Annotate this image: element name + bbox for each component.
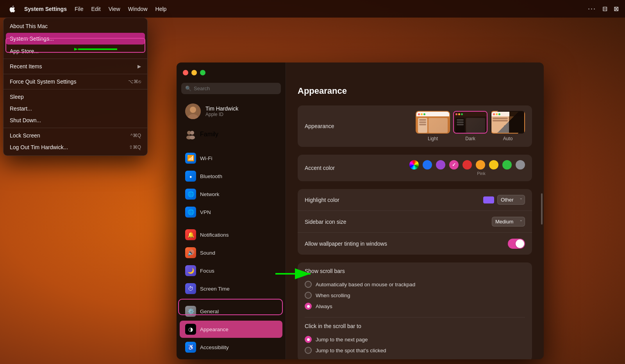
sidebar-item-general[interactable]: ⚙️ General [180,303,282,320]
auto-thumb-image [491,111,525,134]
accent-orange[interactable] [476,160,485,170]
click-scroll-spot-radio[interactable] [305,347,312,354]
maximize-button[interactable] [200,70,205,75]
highlight-select-wrapper: Other [497,195,525,205]
apple-menu-button[interactable] [6,0,18,18]
accent-red[interactable] [462,160,472,170]
sidebar-item-screentime[interactable]: ⏱ Screen Time [180,280,282,297]
accent-graphite[interactable] [516,160,525,170]
appearance-icon: ◑ [185,324,196,335]
accent-purple[interactable] [436,160,445,170]
search-icon: 🔍 [185,86,191,91]
settings-window: 🔍 Tim Hardwick Apple ID [177,62,544,359]
click-scroll-next-page[interactable]: Jump to the next page [305,334,525,345]
menu-restart[interactable]: Restart... [4,103,147,114]
menubar-right: ··· ⊟ ⊠ [588,5,619,13]
click-scroll-next-page-radio[interactable] [305,336,312,343]
accent-color-card: Accent color [298,155,532,181]
accent-multicolor[interactable] [409,160,419,170]
menu-sleep[interactable]: Sleep [4,91,147,103]
sidebar-item-vpn[interactable]: 🌐 VPN [180,203,282,221]
bluetooth-icon: ⬥ [185,171,196,182]
highlight-color-control: Other [483,195,525,205]
appearance-auto-thumb[interactable]: Auto [491,111,525,141]
sidebar: 🔍 Tim Hardwick Apple ID [177,62,286,359]
menu-shutdown[interactable]: Shut Down... [4,114,147,126]
menubar-edit[interactable]: Edit [88,0,105,18]
sidebar-item-bluetooth[interactable]: ⬥ Bluetooth [180,168,282,185]
click-scroll-spot[interactable]: Jump to the spot that's clicked [305,345,525,356]
accent-blue[interactable] [423,160,432,170]
accent-color-label: Accent color [305,165,409,171]
highlight-color-label: Highlight color [305,197,483,203]
avatar [185,103,201,119]
minimize-button[interactable] [191,70,197,75]
family-label: Family [200,131,218,138]
sidebar-icon-size-control: Medium [492,217,525,227]
appearance-light-thumb[interactable]: Light [416,111,450,141]
wifi-icon: 📶 [185,153,196,164]
main-content: Appearance Appearance [286,62,544,359]
wallpaper-tinting-toggle[interactable] [508,239,525,249]
lock-shortcut: ^⌘Q [130,133,141,138]
annotation-arrow-right [271,267,318,282]
sidebar-item-network[interactable]: 🌐 Network [180,186,282,203]
menubar-extras[interactable]: ··· [588,5,596,13]
accent-yellow[interactable] [489,160,498,170]
light-label: Light [428,136,438,141]
appearance-options: Light [416,111,525,141]
sidebar-item-accessibility[interactable]: ♿ Accessibility [180,339,282,356]
apple-dropdown-menu: About This Mac System Settings... App St… [3,18,148,156]
sidebar-item-sound[interactable]: 🔊 Sound [180,244,282,261]
section-spacer-3 [177,298,286,303]
logout-shortcut: ⇧⌘Q [129,145,141,150]
scroll-bars-always[interactable]: Always [305,301,525,312]
scroll-bars-auto[interactable]: Automatically based on mouse or trackpad [305,279,525,290]
menubar-window[interactable]: Window [124,0,152,18]
sidebar-item-notifications[interactable]: 🔔 Notifications [180,226,282,243]
menubar-app-name[interactable]: System Settings [20,0,71,18]
user-profile[interactable]: Tim Hardwick Apple ID [180,100,282,122]
accent-green[interactable] [502,160,512,170]
svg-point-3 [190,107,196,113]
sidebar-icon-size-label: Sidebar icon size [305,219,492,225]
highlight-color-select[interactable]: Other [497,195,525,205]
dark-label: Dark [465,136,475,141]
sidebar-item-appearance[interactable]: ◑ Appearance [180,321,282,338]
user-info: Tim Hardwick Apple ID [205,105,238,117]
click-scroll-next-page-label: Jump to the next page [316,337,368,343]
sidebar-icon-size-select[interactable]: Medium [492,217,525,227]
menu-about[interactable]: About This Mac [4,20,147,32]
appearance-dark-thumb[interactable]: Dark [453,111,488,141]
highlight-color-row: Highlight color Other [298,189,532,211]
close-button[interactable] [183,70,188,75]
menubar-help[interactable]: Help [152,0,171,18]
scroll-bars-always-radio[interactable] [305,303,312,310]
menubar-file[interactable]: File [71,0,88,18]
screentime-icon: ⏱ [185,283,196,294]
menu-recent-items[interactable]: Recent Items ▶ [4,61,147,72]
traffic-lights [183,70,205,75]
sidebar-item-family[interactable]: Family [180,125,282,143]
menubar-view[interactable]: View [105,0,124,18]
accessibility-icon: ♿ [185,342,196,353]
search-input[interactable] [194,86,277,91]
sidebar-size-select-wrapper: Medium [492,217,525,227]
scroll-bars-group: Show scroll bars Automatically based on … [298,262,532,317]
accent-pink[interactable] [449,160,459,170]
menu-force-quit[interactable]: Force Quit System Settings ⌥⌘⎋ [4,76,147,87]
scroll-bars-scrolling-radio[interactable] [305,292,312,299]
menubar-split-view[interactable]: ⊟ [602,5,607,12]
menu-lock-screen[interactable]: Lock Screen ^⌘Q [4,130,147,141]
scroll-bars-scrolling-label: When scrolling [316,293,350,298]
scroll-bars-scrolling[interactable]: When scrolling [305,290,525,301]
search-bar[interactable]: 🔍 [181,83,281,94]
menu-logout[interactable]: Log Out Tim Hardwick... ⇧⌘Q [4,141,147,153]
menubar-fullscreen[interactable]: ⊠ [614,5,619,12]
section-spacer-2 [177,221,286,226]
menu-divider-2 [4,74,147,74]
sidebar-item-focus[interactable]: 🌙 Focus [180,262,282,279]
sidebar-item-wifi[interactable]: 📶 Wi-Fi [180,150,282,167]
scroll-bars-always-label: Always [316,303,332,309]
click-scroll-group: Click in the scroll bar to Jump to the n… [298,318,532,359]
